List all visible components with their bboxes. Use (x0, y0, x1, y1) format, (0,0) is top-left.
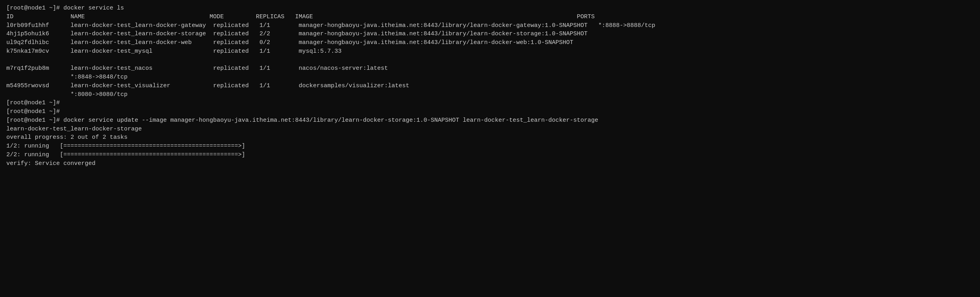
terminal-line-3: l0rb09fu1hhf learn-docker-test_learn-doc… (6, 22, 655, 29)
terminal-line-17: 1/2: running [==========================… (6, 143, 245, 149)
terminal-line-18: 2/2: running [==========================… (6, 151, 245, 158)
terminal-line-1: [root@node1 ~]# docker service ls (6, 5, 124, 11)
terminal-line-10: m54955rwovsd learn-docker-test_visualize… (6, 82, 409, 89)
terminal-window: [root@node1 ~]# docker service ls ID NAM… (6, 4, 974, 168)
terminal-line-16: overall progress: 2 out of 2 tasks (6, 134, 128, 141)
terminal-line-9: *:8848->8848/tcp (6, 74, 128, 80)
terminal-line-13: [root@node1 ~]# (6, 108, 60, 115)
terminal-line-15: learn-docker-test_learn-docker-storage (6, 126, 142, 132)
terminal-line-2: ID NAME MODE REPLICAS IMAGE PORTS (6, 13, 595, 20)
terminal-line-19: verify: Service converged (6, 160, 95, 167)
terminal-line-6: k75nka17m9cv learn-docker-test_mysql rep… (6, 48, 341, 55)
terminal-line-11: *:8080->8080/tcp (6, 91, 128, 98)
terminal-line-8: m7rq1f2pub8m learn-docker-test_nacos rep… (6, 65, 388, 72)
terminal-line-5: ul9q2fdlhibc learn-docker-test_learn-doc… (6, 39, 573, 46)
terminal-line-4: 4hj1p5ohu1k6 learn-docker-test_learn-doc… (6, 31, 587, 37)
terminal-line-12: [root@node1 ~]# (6, 100, 60, 106)
terminal-line-14: [root@node1 ~]# docker service update --… (6, 117, 598, 124)
